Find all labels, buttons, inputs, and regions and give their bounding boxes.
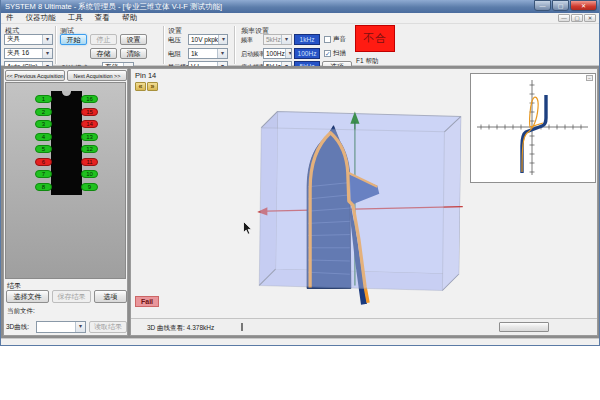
- sound-checkbox[interactable]: 声音: [324, 35, 346, 44]
- chip-pin-8: 8: [35, 183, 52, 191]
- stop-button[interactable]: 停止: [90, 34, 117, 45]
- menu-help[interactable]: 帮助: [117, 13, 142, 23]
- next-acquisition-button[interactable]: Next Acquisition >>: [67, 70, 127, 81]
- dropdown-arrow-icon: ▾: [217, 49, 227, 58]
- freq-display: 1kHz: [294, 34, 320, 45]
- dropdown-arrow-icon: ▾: [281, 35, 291, 44]
- prev-pin-icon[interactable]: «: [135, 82, 146, 91]
- chip-pin-6: 6: [35, 158, 52, 166]
- chip-pin-1: 1: [35, 95, 52, 103]
- toolbar-separator: [234, 26, 235, 64]
- chip-pin-5: 5: [35, 145, 52, 153]
- store-button[interactable]: 存储: [90, 48, 117, 59]
- curve-select[interactable]: ▾: [36, 321, 86, 333]
- menu-view[interactable]: 查看: [90, 13, 115, 23]
- curve-view-panel: Pin 14 « »: [130, 68, 598, 336]
- cube-front-face: [259, 128, 444, 291]
- start-freq-display: 100Hz: [294, 48, 320, 59]
- cube-right-face: [442, 117, 460, 291]
- dropdown-arrow-icon: ▾: [218, 35, 228, 44]
- dropdown-arrow-icon: ▾: [285, 49, 292, 58]
- app-window: SYSTEM 8 Ultimate - 系统管理员 - [专业三维立体 V-I-…: [0, 0, 600, 346]
- fixture-select[interactable]: 夹具 ▾: [4, 34, 53, 45]
- window-controls: — ▢ ✕: [534, 0, 597, 11]
- current-file-label: 当前文件:: [7, 307, 35, 316]
- inset-collapse-icon[interactable]: −: [586, 75, 593, 81]
- save-results-button[interactable]: 保存结果: [52, 290, 91, 303]
- fixture-size-select[interactable]: 夹具 16 ▾: [4, 48, 53, 59]
- maximize-icon[interactable]: ▢: [552, 0, 569, 11]
- start-freq-label: 启动频率: [241, 50, 265, 59]
- previous-acquisition-button[interactable]: << Previous Acquisition: [5, 70, 65, 81]
- menu-file[interactable]: 件: [1, 13, 19, 23]
- resistance-select[interactable]: 1k ▾: [188, 48, 228, 59]
- mouse-cursor: [243, 221, 253, 236]
- current-pin-label: Pin 14: [135, 71, 156, 80]
- acquisition-panel: << Previous Acquisition Next Acquisition…: [3, 68, 128, 336]
- resistance-label: 电阻: [168, 50, 181, 59]
- chip-pin-10: 10: [81, 170, 98, 178]
- chip-pin-11: 11: [81, 158, 98, 166]
- mdi-close-icon[interactable]: ✕: [584, 14, 596, 22]
- chip-pin-16: 16: [81, 95, 98, 103]
- results-options-button[interactable]: 选项: [94, 290, 127, 303]
- toolbar: 模式 夹具 ▾ 夹具 16 ▾ Auto (Clip) ▾ 测试 开始 停止 设…: [1, 24, 599, 66]
- chip-pin-2: 2: [35, 108, 52, 116]
- minimize-icon[interactable]: —: [534, 0, 551, 11]
- menu-tools[interactable]: 工具: [63, 13, 88, 23]
- voltage-label: 电压: [168, 36, 181, 45]
- vi-inset-canvas: [471, 74, 595, 182]
- setup-button[interactable]: 设置: [120, 34, 147, 45]
- freq-select[interactable]: 5kHz ▾: [263, 34, 292, 45]
- window-bottom-frame: [1, 338, 599, 345]
- close-icon[interactable]: ✕: [570, 0, 597, 11]
- chip-pin-12: 12: [81, 145, 98, 153]
- start-freq-select[interactable]: 100Hz ▾: [263, 48, 292, 59]
- read-results-button[interactable]: 读取结果: [89, 321, 127, 333]
- chip-pin-13: 13: [81, 133, 98, 141]
- dropdown-arrow-icon: ▾: [42, 49, 52, 58]
- chip-pin-9: 9: [81, 183, 98, 191]
- inset-curve-orange: [522, 97, 543, 172]
- pass-fail-indicator: 不合: [355, 25, 395, 52]
- chip-pin-14: 14: [81, 120, 98, 128]
- f1-help-label: F1 帮助: [356, 57, 378, 66]
- checkbox-box: [324, 36, 331, 43]
- 3d-curve-scene[interactable]: [249, 85, 473, 319]
- dropdown-arrow-icon: ▾: [75, 322, 85, 332]
- mdi-area: << Previous Acquisition Next Acquisition…: [1, 66, 599, 338]
- screen: SYSTEM 8 Ultimate - 系统管理员 - [专业三维立体 V-I-…: [0, 0, 600, 400]
- checkbox-check-icon: ✓: [324, 50, 331, 57]
- mdi-restore-icon[interactable]: ▢: [571, 14, 583, 22]
- freq-label: 频率: [241, 36, 253, 45]
- scan-checkbox[interactable]: ✓ 扫描: [324, 49, 346, 58]
- curve-status-bar: 3D 曲线查看: 4.378kHz: [131, 318, 597, 335]
- chip-pin-7: 7: [35, 170, 52, 178]
- chip-pin-15: 15: [81, 108, 98, 116]
- chip-body: [51, 91, 82, 195]
- menu-instrument[interactable]: 仪器功能: [21, 13, 61, 23]
- settings-group-label: 设置: [168, 26, 182, 36]
- next-pin-icon[interactable]: »: [147, 82, 158, 91]
- clear-button[interactable]: 清除: [120, 48, 147, 59]
- toolbar-separator: [163, 26, 164, 64]
- titlebar: SYSTEM 8 Ultimate - 系统管理员 - [专业三维立体 V-I-…: [1, 0, 599, 13]
- fail-badge: Fail: [135, 296, 159, 307]
- chip-pin-4: 4: [35, 133, 52, 141]
- toolbar-separator: [55, 26, 56, 64]
- curve-frequency-value: 4.378kHz: [187, 324, 214, 331]
- chip-pin-3: 3: [35, 120, 52, 128]
- timeline-scroll-button[interactable]: [499, 322, 549, 332]
- chip-diagram: 1 2 3 4 5 6 7 8 16 15 14 13 12 11 10 9: [5, 82, 126, 279]
- start-button[interactable]: 开始: [60, 34, 87, 45]
- curve-status-text: 3D 曲线查看: 4.378kHz: [147, 324, 214, 333]
- vi-inset-plot: −: [470, 73, 596, 183]
- select-file-button[interactable]: 选择文件: [6, 290, 49, 303]
- menubar: 件 仪器功能 工具 查看 帮助 — ▢ ✕: [1, 13, 599, 24]
- frequency-slider-thumb[interactable]: [241, 323, 243, 331]
- dropdown-arrow-icon: ▾: [42, 35, 52, 44]
- curve-select-label: 3D曲线:: [6, 323, 29, 332]
- voltage-select[interactable]: 10V pkpk ▾: [188, 34, 228, 45]
- mdi-minimize-icon[interactable]: —: [558, 14, 570, 22]
- mdi-window-controls: — ▢ ✕: [558, 14, 596, 22]
